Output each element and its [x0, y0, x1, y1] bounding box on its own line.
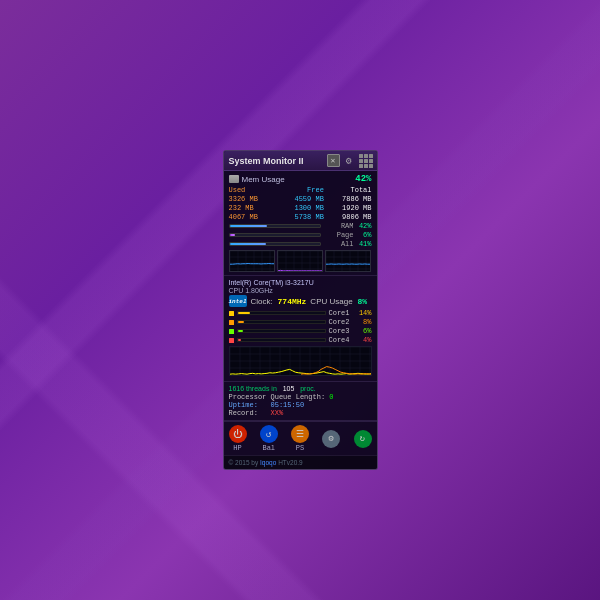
clock-row: intel Clock: 774MHz CPU Usage 8%: [229, 295, 372, 307]
core-row-2: Core2 8%: [229, 318, 372, 326]
mem-row-3: 4067 MB 5738 MB 9806 MB: [229, 213, 372, 221]
stats-section: 1616 threads in 105 proc. Processor Queu…: [224, 382, 377, 421]
mem-free-2: 1300 MB: [276, 204, 324, 212]
mem-header: Mem Usage 42%: [229, 174, 372, 184]
extra-button-2[interactable]: ↻: [354, 430, 372, 448]
core-row-1: Core1 14%: [229, 309, 372, 317]
page-bar-row: Page 6%: [229, 231, 372, 239]
mem-column-headers: Used Free Total: [229, 186, 372, 194]
queue-row: Processor Queue Length: 0: [229, 393, 372, 401]
record-val: XX%: [271, 409, 284, 417]
grid-icon[interactable]: [359, 154, 372, 167]
page-pct: 6%: [357, 231, 372, 239]
core-rows: Core1 14% Core2 8% Core3 6% Core4 4%: [229, 309, 372, 344]
queue-label: Processor Queue Length:: [229, 393, 326, 401]
mem-used-1: 3326 MB: [229, 195, 277, 203]
title-bar: System Monitor II ✕ ⚙: [224, 151, 377, 171]
close-button[interactable]: ✕: [327, 154, 340, 167]
threads-count: 1616: [229, 385, 245, 392]
page-bar-fill: [230, 234, 235, 236]
settings-button[interactable]: ⚙: [343, 154, 356, 167]
ram-label: RAM: [324, 222, 354, 230]
core-bar-1: [237, 311, 326, 315]
uptime-val: 05:15:50: [271, 401, 305, 409]
core-row-3: Core3 6%: [229, 327, 372, 335]
mem-graph-2: [277, 250, 323, 272]
footer-text: © 2015 by Iqoqo HTv20.9: [229, 459, 303, 466]
record-label: Record:: [229, 409, 258, 417]
mem-row-2: 232 MB 1300 MB 1920 MB: [229, 204, 372, 212]
cpu-speed: CPU 1.80GHz: [229, 287, 372, 294]
bottom-buttons: ⏻ HP ↺ Bal ☰ PS ⚙ ↻: [224, 421, 377, 455]
all-bar-row: All 41%: [229, 240, 372, 248]
clock-val: 774MHz: [278, 297, 307, 306]
extra-button-1[interactable]: ⚙: [322, 430, 340, 448]
cpu-model: Intel(R) Core(TM) i3-3217U: [229, 279, 372, 286]
mem-graph-1: [229, 250, 275, 272]
col-free: Free: [276, 186, 324, 194]
core-dot-2: [229, 320, 234, 325]
ram-bar-row: RAM 42%: [229, 222, 372, 230]
all-bar-fill: [230, 243, 267, 245]
core-dot-3: [229, 329, 234, 334]
ram-bar: [229, 224, 321, 228]
mem-total-1: 7886 MB: [324, 195, 372, 203]
hp-button[interactable]: ⏻: [229, 425, 247, 443]
record-row: Record: XX%: [229, 409, 372, 417]
mem-graphs: [229, 250, 372, 272]
core-dot-4: [229, 338, 234, 343]
procs-label: proc.: [300, 385, 316, 392]
page-bar: [229, 233, 321, 237]
memory-icon: [229, 175, 239, 183]
mem-used-2: 232 MB: [229, 204, 277, 212]
queue-val: 0: [329, 393, 333, 401]
clock-label: Clock:: [251, 297, 273, 306]
cpu-usage-val: 8%: [357, 297, 367, 306]
col-used: Used: [229, 186, 277, 194]
mem-used-3: 4067 MB: [229, 213, 277, 221]
ps-button[interactable]: ☰: [291, 425, 309, 443]
memory-section: Mem Usage 42% Used Free Total 3326 MB 45…: [224, 171, 377, 276]
col-total: Total: [324, 186, 372, 194]
ram-bar-fill: [230, 225, 268, 227]
core-row-4: Core4 4%: [229, 336, 372, 344]
core-bar-4: [237, 338, 326, 342]
threads-label: threads in: [246, 385, 277, 392]
bal-label: Bal: [262, 444, 275, 452]
footer: © 2015 by Iqoqo HTv20.9: [224, 455, 377, 469]
threads-row: 1616 threads in 105 proc.: [229, 385, 372, 392]
mem-graph-3: [325, 250, 371, 272]
ps-label: PS: [296, 444, 304, 452]
system-monitor-widget: System Monitor II ✕ ⚙ Mem Usage 42% Used…: [223, 150, 378, 470]
procs-count: 105: [283, 385, 295, 392]
mem-title: Mem Usage: [229, 175, 285, 184]
uptime-label: Uptime:: [229, 401, 258, 409]
intel-badge: intel: [229, 295, 247, 307]
mem-total-2: 1920 MB: [324, 204, 372, 212]
core-bar-3: [237, 329, 326, 333]
widget-title: System Monitor II: [229, 156, 304, 166]
title-buttons: ✕ ⚙: [327, 154, 372, 167]
mem-free-1: 4559 MB: [276, 195, 324, 203]
core-bar-2: [237, 320, 326, 324]
all-bar: [229, 242, 321, 246]
mem-total-3: 9806 MB: [324, 213, 372, 221]
bal-button[interactable]: ↺: [260, 425, 278, 443]
page-label: Page: [324, 231, 354, 239]
core-dot-1: [229, 311, 234, 316]
mem-row-1: 3326 MB 4559 MB 7886 MB: [229, 195, 372, 203]
mem-percent: 42%: [355, 174, 371, 184]
ram-pct: 42%: [357, 222, 372, 230]
footer-author: Iqoqo: [260, 459, 276, 466]
hp-label: HP: [233, 444, 241, 452]
cpu-usage-label: CPU Usage: [310, 297, 352, 306]
all-label: All: [324, 240, 354, 248]
cpu-graph: [229, 346, 372, 376]
uptime-row: Uptime: 05:15:50: [229, 401, 372, 409]
mem-free-3: 5738 MB: [276, 213, 324, 221]
all-pct: 41%: [357, 240, 372, 248]
cpu-section: Intel(R) Core(TM) i3-3217U CPU 1.80GHz i…: [224, 276, 377, 382]
